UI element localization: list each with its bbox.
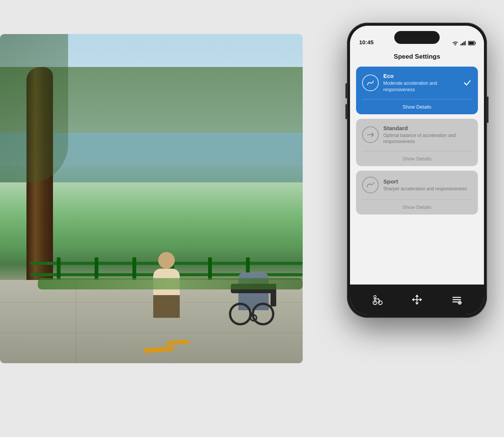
standard-show-details-button[interactable]: Show Details (356, 151, 478, 166)
eco-show-details-button[interactable]: Show Details (356, 100, 478, 114)
eco-speed-card[interactable]: Eco Moderate acceleration and responsive… (356, 67, 478, 114)
settings-list: Eco Moderate acceleration and responsive… (350, 67, 484, 285)
svg-rect-6 (469, 42, 474, 45)
phone-device: 10:45 (338, 11, 496, 424)
dynamic-island (394, 31, 440, 44)
eco-description: Moderate acceleration and responsiveness (383, 80, 458, 93)
standard-card-text: Standard Optimal balance of acceleration… (383, 125, 472, 145)
svg-rect-3 (465, 41, 466, 45)
standard-name: Standard (383, 125, 472, 131)
eco-card-text: Eco Moderate acceleration and responsive… (383, 73, 458, 93)
screen-content: Speed Settings Eco Moder (350, 48, 484, 315)
sport-speed-card[interactable]: Sport Sharper acceleration and responsiv… (356, 171, 478, 215)
volume-up-button[interactable] (345, 83, 347, 98)
photo-background (0, 34, 303, 363)
sport-description: Sharper acceleration and responsiveness (383, 186, 472, 192)
svg-rect-5 (475, 42, 476, 44)
sport-icon (362, 177, 379, 193)
eco-check-icon (463, 78, 472, 87)
nav-move-button[interactable] (409, 292, 425, 307)
eco-icon (362, 75, 379, 91)
sport-card-text: Sport Sharper acceleration and responsiv… (383, 178, 472, 192)
svg-rect-0 (460, 44, 462, 45)
status-icons (452, 41, 476, 45)
standard-description: Optimal balance of acceleration and resp… (383, 132, 472, 145)
wifi-icon (452, 41, 458, 45)
eco-name: Eco (383, 73, 458, 79)
nav-wheelchair-button[interactable] (370, 292, 385, 307)
svg-rect-1 (462, 43, 463, 45)
svg-rect-2 (464, 42, 465, 45)
standard-speed-card[interactable]: Standard Optimal balance of acceleration… (356, 119, 478, 166)
battery-icon (468, 41, 476, 45)
standard-icon (362, 126, 379, 143)
signal-icon (460, 41, 466, 45)
sport-show-details-button[interactable]: Show Details (356, 200, 478, 215)
volume-down-button[interactable] (345, 104, 347, 119)
sport-name: Sport (383, 178, 472, 185)
bottom-navigation (350, 285, 484, 315)
nav-settings-button[interactable] (449, 292, 464, 307)
screen-title: Speed Settings (350, 48, 484, 67)
power-button[interactable] (487, 96, 488, 123)
